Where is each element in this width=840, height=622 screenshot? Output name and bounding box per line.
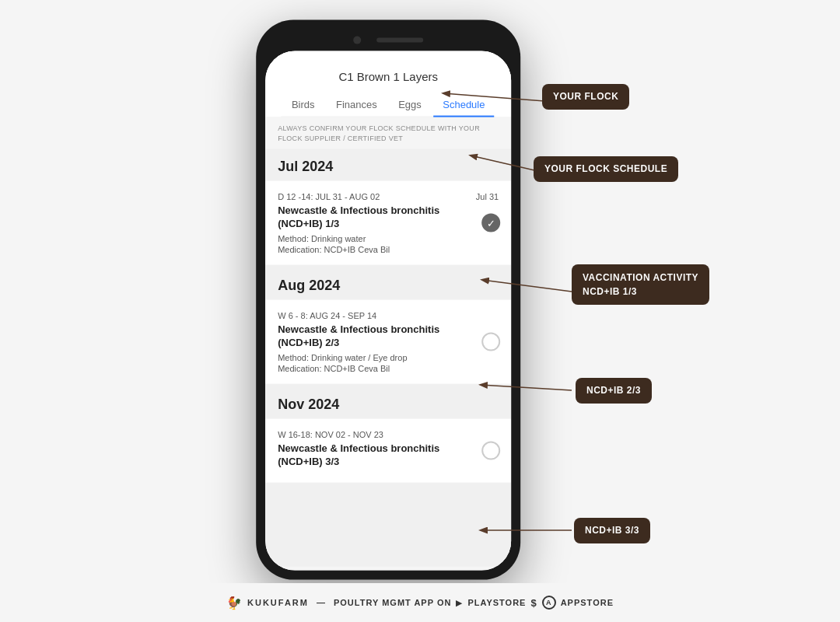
playstore-label[interactable]: PLAYSTORE [467, 598, 526, 607]
phone-screen: C1 Brown 1 Layers Birds Finances Eggs Sc… [265, 51, 511, 571]
month-section-nov: Nov 2024 W 16-18: NOV 02 - NOV 23 Newcas… [265, 386, 511, 482]
footer-divider: — [317, 598, 326, 607]
phone-mockup: C1 Brown 1 Layers Birds Finances Eggs Sc… [256, 20, 520, 580]
month-section-aug: Aug 2024 W 6 - 8: AUG 24 - SEP 14 Newcas… [265, 268, 511, 384]
brand-name: KUKUFARM [247, 598, 309, 607]
month-label-aug: Aug 2024 [278, 278, 340, 293]
your-flock-schedule-label: YOUR FLOCK SCHEDULE [534, 156, 678, 182]
card-days-1: D 12 -14: JUL 31 - AUG 02 [278, 192, 380, 201]
card-date-row-1: D 12 -14: JUL 31 - AUG 02 Jul 31 [278, 192, 499, 204]
card-due-1: Jul 31 [476, 192, 499, 201]
tab-eggs[interactable]: Eggs [389, 93, 431, 117]
schedule-scroll-area[interactable]: ALWAYS CONFIRM YOUR FLOCK SCHEDULE WITH … [265, 117, 511, 567]
month-header-jul: Jul 2024 [265, 149, 511, 181]
play-icon: ▶ [456, 599, 463, 607]
card-date-row-3: W 16-18: NOV 02 - NOV 23 [278, 429, 499, 442]
month-label-jul: Jul 2024 [278, 159, 333, 174]
card-title-2: Newcastle & Infectious bronchitis (NCD+I… [278, 323, 499, 350]
schedule-card-2[interactable]: W 6 - 8: AUG 24 - SEP 14 Newcastle & Inf… [265, 300, 511, 384]
card-title-3: Newcastle & Infectious bronchitis (NCD+I… [278, 442, 499, 468]
your-flock-label: YOUR FLOCK [542, 84, 629, 110]
card-days-2: W 6 - 8: AUG 24 - SEP 14 [278, 311, 376, 320]
check-done-icon-1[interactable] [481, 214, 500, 232]
month-label-nov: Nov 2024 [278, 396, 339, 411]
footer-tagline: POULTRY MGMT APP ON [334, 598, 451, 607]
phone-camera [353, 37, 361, 44]
card-method-2: Method: Drinking water / Eye drop [278, 352, 499, 362]
month-header-nov: Nov 2024 [265, 386, 511, 418]
disclaimer-text: ALWAYS CONFIRM YOUR FLOCK SCHEDULE WITH … [265, 117, 511, 149]
card-days-3: W 16-18: NOV 02 - NOV 23 [278, 429, 383, 439]
month-header-aug: Aug 2024 [265, 268, 511, 300]
currency-icon: $ [530, 597, 537, 609]
card-method-1: Method: Drinking water [278, 234, 499, 243]
schedule-card-1[interactable]: D 12 -14: JUL 31 - AUG 02 Jul 31 Newcast… [265, 181, 511, 265]
flock-title: C1 Brown 1 Layers [281, 64, 495, 93]
tabs-bar: Birds Finances Eggs Schedule [281, 93, 495, 117]
brand-logo-icon: 🐓 [226, 596, 243, 610]
app-header: C1 Brown 1 Layers Birds Finances Eggs Sc… [265, 51, 511, 117]
vaccination-activity-label: VACCINATION ACTIVITYNCD+IB 1/3 [572, 264, 709, 305]
tab-birds[interactable]: Birds [282, 93, 324, 117]
app-footer: 🐓 KUKUFARM — POULTRY MGMT APP ON ▶ PLAYS… [0, 583, 840, 622]
phone-frame: C1 Brown 1 Layers Birds Finances Eggs Sc… [256, 20, 520, 580]
tab-finances[interactable]: Finances [327, 93, 387, 117]
appstore-label[interactable]: APPSTORE [561, 598, 614, 607]
tab-schedule[interactable]: Schedule [433, 93, 494, 117]
phone-notch [265, 30, 511, 51]
card-medication-2: Medication: NCD+IB Ceva Bil [278, 363, 499, 372]
phone-speaker [376, 38, 423, 43]
check-pending-icon-3[interactable] [481, 441, 500, 460]
check-pending-icon-2[interactable] [481, 332, 500, 351]
card-title-1: Newcastle & Infectious bronchitis (NCD+I… [278, 204, 499, 231]
card-medication-1: Medication: NCD+IB Ceva Bil [278, 245, 499, 254]
screen-content: C1 Brown 1 Layers Birds Finances Eggs Sc… [265, 51, 511, 571]
month-section-jul: Jul 2024 D 12 -14: JUL 31 - AUG 02 Jul 3… [265, 149, 511, 265]
schedule-card-3[interactable]: W 16-18: NOV 02 - NOV 23 Newcastle & Inf… [265, 418, 511, 482]
appstore-icon: A [542, 596, 556, 610]
ncd-ib-3-label: NCD+IB 3/3 [574, 518, 650, 543]
card-date-row-2: W 6 - 8: AUG 24 - SEP 14 [278, 311, 499, 323]
ncd-ib-2-label: NCD+IB 2/3 [576, 378, 652, 404]
